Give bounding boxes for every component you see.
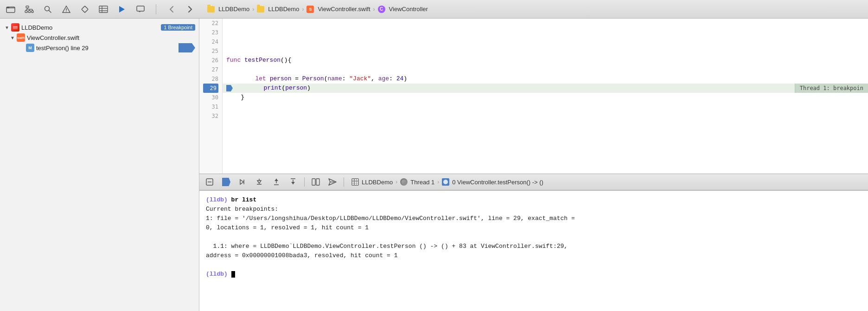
svg-line-12	[49, 10, 51, 13]
lldb-line-4: 0, locations = 1, resolved = 1, hit coun…	[206, 223, 862, 233]
svg-rect-3	[25, 11, 27, 13]
debug-view-button[interactable]	[310, 176, 321, 188]
lldb-blank-2	[206, 260, 862, 270]
sidebar: ▼ LLDBDemo 1 Breakpoint ▼ swift ViewCont…	[0, 19, 199, 311]
sidebar-item-testperson[interactable]: M testPerson() line 29	[0, 43, 199, 53]
print-close: )	[307, 84, 311, 93]
code-line-22[interactable]	[223, 19, 868, 28]
toolbar-folder-icon[interactable]	[6, 4, 16, 14]
debug-frame-icon	[442, 178, 449, 186]
debug-bc-sep-1: ›	[396, 179, 397, 185]
lldb-line-2: Current breakpoints:	[206, 205, 862, 214]
svg-marker-26	[240, 180, 243, 184]
svg-marker-28	[257, 181, 261, 183]
code-line-25[interactable]	[223, 46, 868, 56]
lldb-output-6: address = 0x00000001008bada3, resolved, …	[206, 252, 397, 259]
lldbdemo-icon	[11, 23, 19, 32]
code-line-30[interactable]: }	[223, 93, 868, 102]
toolbar-run-icon[interactable]	[117, 4, 127, 14]
toolbar-diamond-icon[interactable]	[80, 4, 90, 14]
svg-rect-1	[6, 7, 9, 8]
colon-28a: :	[342, 74, 350, 84]
svg-rect-4	[28, 11, 31, 13]
code-line-24[interactable]	[223, 37, 868, 46]
debug-stepover-button[interactable]	[237, 176, 249, 188]
svg-rect-2	[26, 6, 29, 8]
lldb-output-5: 1.1: where = LLDBDemo`LLDBDemo.ViewContr…	[206, 243, 568, 250]
lldb-line-6: address = 0x00000001008bada3, resolved, …	[206, 251, 862, 260]
person-class: Person	[302, 74, 324, 84]
svg-rect-23	[13, 26, 18, 29]
lldb-cmd-1: br list	[231, 196, 257, 203]
svg-marker-35	[291, 182, 295, 184]
sidebar-item-lldbdemo[interactable]: ▼ LLDBDemo 1 Breakpoint	[0, 22, 199, 32]
lldb-console[interactable]: (lldb) br list Current breakpoints: 1: f…	[199, 190, 868, 311]
toolbar-search-icon[interactable]	[43, 4, 53, 14]
line-num-30: 30	[203, 93, 218, 102]
breadcrumb-item-4[interactable]: C ViewController	[378, 6, 428, 13]
toolbar-warning-icon[interactable]	[61, 4, 71, 14]
line-num-26: 26	[203, 56, 218, 65]
code-line-27[interactable]	[223, 65, 868, 74]
debug-upload-button[interactable]	[287, 176, 299, 188]
code-line-23[interactable]	[223, 28, 868, 37]
indent-29	[235, 84, 263, 93]
code-line-28[interactable]: let person = Person(name: "Jack", age: 2…	[223, 74, 868, 84]
lldb-prompt-2: (lldb)	[206, 271, 231, 278]
lldb-output-3: 1: file = '/Users/longshihua/Desktop/LLD…	[206, 215, 575, 222]
disclosure-testperson	[19, 45, 25, 51]
code-lines: func testPerson(){ let person = Person(n…	[223, 19, 868, 174]
breadcrumb-label-4: ViewController	[389, 6, 428, 13]
num-24: 24	[396, 74, 404, 84]
disclosure-viewcontroller[interactable]: ▼	[9, 34, 16, 41]
code-line-26[interactable]: func testPerson(){	[223, 56, 868, 65]
breadcrumb-label-2: LLDBDemo	[268, 6, 299, 13]
code-line-29[interactable]: print(person) Thread 1: breakpoin	[223, 84, 868, 93]
breadcrumb-sep-3: ›	[373, 6, 375, 13]
sidebar-item-viewcontroller-swift[interactable]: ▼ swift ViewController.swift	[0, 32, 199, 43]
breakpoint-badge: 1 Breakpoint	[161, 24, 195, 31]
svg-point-15	[66, 11, 67, 12]
line-num-29: 29	[203, 84, 218, 93]
debug-stepout-button[interactable]	[271, 176, 282, 188]
debug-send-button[interactable]	[327, 176, 338, 188]
line-num-22: 22	[203, 19, 218, 28]
breadcrumb-item-3[interactable]: S ViewController.swift	[306, 6, 370, 13]
keyword-func: func	[226, 56, 244, 65]
code-editor: 22 23 24 25 26 27 28 29 30 31 32	[199, 19, 868, 174]
svg-rect-38	[316, 179, 319, 185]
fn-testperson: testPerson	[244, 56, 281, 65]
breadcrumb-sep-2: ›	[302, 6, 304, 13]
colon-28b: :	[389, 74, 396, 84]
toolbar-hierarchy-icon[interactable]	[24, 4, 34, 14]
code-line-31[interactable]	[223, 102, 868, 111]
lldb-output-2: Current breakpoints:	[206, 206, 278, 213]
toolbar-sep-1	[156, 4, 156, 14]
nav-back-button[interactable]	[166, 4, 177, 14]
breadcrumb: LLDBDemo › LLDBDemo › S ViewController.s…	[207, 6, 428, 13]
svg-rect-17	[99, 6, 108, 13]
debug-continue-button[interactable]	[221, 176, 232, 188]
line-num-25: 25	[203, 46, 218, 56]
sidebar-tree: ▼ LLDBDemo 1 Breakpoint ▼ swift ViewCont…	[0, 19, 199, 311]
top-toolbar: LLDBDemo › LLDBDemo › S ViewController.s…	[0, 0, 868, 19]
code-line-32[interactable]	[223, 111, 868, 121]
breadcrumb-item-1[interactable]: LLDBDemo	[207, 6, 249, 13]
lldb-line-3: 1: file = '/Users/longshihua/Desktop/LLD…	[206, 214, 862, 223]
toolbar-chat-icon[interactable]	[135, 4, 146, 14]
swift-file-icon: swift	[17, 33, 25, 42]
paren-open: (){	[281, 56, 291, 65]
breadcrumb-label-3: ViewController.swift	[318, 6, 370, 13]
line-num-24: 24	[203, 37, 218, 46]
breadcrumb-item-2[interactable]: LLDBDemo	[257, 6, 299, 13]
debug-stepin-button[interactable]	[254, 176, 265, 188]
debug-collapse-button[interactable]	[204, 176, 215, 188]
nav-forward-button[interactable]	[185, 4, 195, 14]
fn-print: print	[263, 84, 281, 93]
sidebar-label-lldbdemo: LLDBDemo	[21, 24, 158, 31]
toolbar-table-icon[interactable]	[98, 4, 108, 14]
line-numbers: 22 23 24 25 26 27 28 29 30 31 32	[199, 19, 223, 174]
lldb-prompt-line: (lldb)	[206, 270, 862, 279]
svg-marker-21	[119, 6, 125, 13]
disclosure-lldbdemo[interactable]: ▼	[4, 24, 10, 31]
